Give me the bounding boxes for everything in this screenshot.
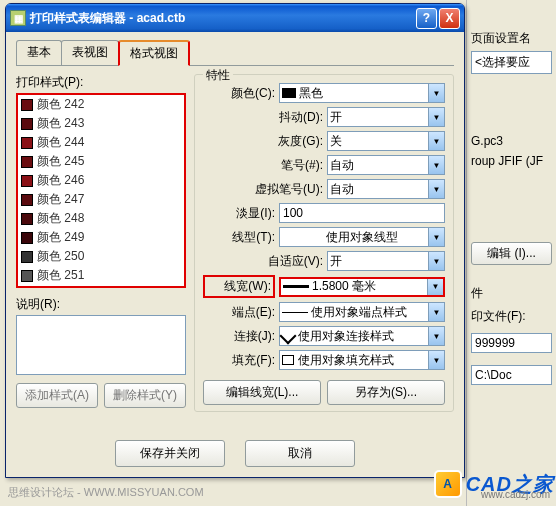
chevron-down-icon: ▼	[428, 252, 444, 270]
color-name: 颜色 252	[37, 286, 84, 288]
close-button[interactable]: X	[439, 8, 460, 29]
screen-label: 淡显(I):	[203, 205, 275, 222]
edit-lineweights-button[interactable]: 编辑线宽(L)...	[203, 380, 321, 405]
chevron-down-icon: ▼	[428, 156, 444, 174]
fill-sample-icon	[282, 355, 294, 365]
number-input[interactable]: 999999	[471, 333, 552, 353]
add-style-button[interactable]: 添加样式(A)	[16, 383, 98, 408]
vpen-label: 虚拟笔号(U):	[203, 181, 323, 198]
color-swatch	[21, 118, 33, 130]
color-list-item[interactable]: 颜色 248	[18, 209, 184, 228]
color-name: 颜色 251	[37, 267, 84, 284]
vpen-select[interactable]: 自动▼	[327, 179, 445, 199]
color-name: 颜色 247	[37, 191, 84, 208]
printer-name: G.pc3	[471, 134, 552, 148]
grayscale-select[interactable]: 关▼	[327, 131, 445, 151]
color-list-item[interactable]: 颜色 242	[18, 95, 184, 114]
color-swatch	[21, 175, 33, 187]
lineweight-sample-icon	[283, 285, 309, 288]
print-styles-label: 打印样式(P):	[16, 74, 186, 91]
chevron-down-icon: ▼	[428, 84, 444, 102]
endstyle-select[interactable]: 使用对象端点样式▼	[279, 302, 445, 322]
description-label: 说明(R):	[16, 296, 186, 313]
titlebar[interactable]: ▦ 打印样式表编辑器 - acad.ctb ? X	[6, 4, 464, 32]
color-swatch	[21, 213, 33, 225]
color-list-item[interactable]: 颜色 243	[18, 114, 184, 133]
color-list-item[interactable]: 颜色 245	[18, 152, 184, 171]
endstyle-label: 端点(E):	[203, 304, 275, 321]
linetype-select[interactable]: 使用对象线型▼	[279, 227, 445, 247]
chevron-down-icon: ▼	[428, 132, 444, 150]
color-list-item[interactable]: 颜色 247	[18, 190, 184, 209]
color-name: 颜色 249	[37, 229, 84, 246]
background-panel: 页面设置名 <选择要应 G.pc3 roup JFIF (JF 编辑 (I)..…	[466, 0, 556, 506]
black-swatch	[282, 88, 296, 98]
save-as-button[interactable]: 另存为(S)...	[327, 380, 445, 405]
color-name: 颜色 243	[37, 115, 84, 132]
watermark: 思维设计论坛 - WWW.MISSYUAN.COM	[8, 485, 204, 500]
color-swatch	[21, 232, 33, 244]
path-input[interactable]: C:\Doc	[471, 365, 552, 385]
color-name: 颜色 250	[37, 248, 84, 265]
color-swatch	[21, 270, 33, 282]
file-section: 件	[471, 285, 552, 302]
chevron-down-icon: ▼	[428, 108, 444, 126]
description-box[interactable]	[16, 315, 186, 375]
screen-input[interactable]: 100	[279, 203, 445, 223]
color-list-item[interactable]: 颜色 250	[18, 247, 184, 266]
save-close-button[interactable]: 保存并关闭	[115, 440, 225, 467]
page-setup-select[interactable]: <选择要应	[471, 51, 552, 74]
lineweight-label: 线宽(W):	[203, 275, 275, 298]
color-list-item[interactable]: 颜色 251	[18, 266, 184, 285]
color-name: 颜色 244	[37, 134, 84, 151]
end-sample-icon	[282, 312, 308, 313]
print-file-label: 印文件(F):	[471, 308, 552, 325]
pen-label: 笔号(#):	[203, 157, 323, 174]
color-swatch	[21, 156, 33, 168]
chevron-down-icon: ▼	[428, 180, 444, 198]
color-list-item[interactable]: 颜色 244	[18, 133, 184, 152]
color-name: 颜色 245	[37, 153, 84, 170]
fill-select[interactable]: 使用对象填充样式▼	[279, 350, 445, 370]
color-swatch	[21, 99, 33, 111]
help-button[interactable]: ?	[416, 8, 437, 29]
color-select[interactable]: 黑色 ▼	[279, 83, 445, 103]
color-list-item[interactable]: 颜色 252	[18, 285, 184, 288]
plot-style-editor-window: ▦ 打印样式表编辑器 - acad.ctb ? X 基本 表视图 格式视图 打印…	[5, 3, 465, 478]
dither-label: 抖动(D):	[203, 109, 323, 126]
window-title: 打印样式表编辑器 - acad.ctb	[30, 10, 416, 27]
chevron-down-icon: ▼	[428, 351, 444, 369]
chevron-down-icon: ▼	[428, 303, 444, 321]
dither-select[interactable]: 开▼	[327, 107, 445, 127]
chevron-down-icon: ▼	[428, 327, 444, 345]
properties-legend: 特性	[203, 67, 233, 84]
color-list-item[interactable]: 颜色 246	[18, 171, 184, 190]
chevron-down-icon: ▼	[427, 279, 443, 295]
app-icon: ▦	[10, 10, 26, 26]
joinstyle-label: 连接(J):	[203, 328, 275, 345]
linetype-label: 线型(T):	[203, 229, 275, 246]
print-styles-list[interactable]: 颜色 242颜色 243颜色 244颜色 245颜色 246颜色 247颜色 2…	[16, 93, 186, 288]
properties-group: 特性 颜色(C): 黑色 ▼ 抖动(D): 开▼ 灰度	[194, 74, 454, 412]
chevron-down-icon: ▼	[428, 228, 444, 246]
adaptive-label: 自适应(V):	[203, 253, 323, 270]
tab-table-view[interactable]: 表视图	[61, 40, 119, 65]
lineweight-select[interactable]: 1.5800 毫米 ▼	[279, 277, 445, 297]
tab-basic[interactable]: 基本	[16, 40, 62, 65]
pen-select[interactable]: 自动▼	[327, 155, 445, 175]
color-name: 颜色 242	[37, 96, 84, 113]
adaptive-select[interactable]: 开▼	[327, 251, 445, 271]
delete-style-button[interactable]: 删除样式(Y)	[104, 383, 186, 408]
grayscale-label: 灰度(G):	[203, 133, 323, 150]
color-list-item[interactable]: 颜色 249	[18, 228, 184, 247]
color-swatch	[21, 251, 33, 263]
printer-desc: roup JFIF (JF	[471, 154, 552, 168]
fill-label: 填充(F):	[203, 352, 275, 369]
join-sample-icon	[280, 328, 297, 345]
page-setup-label: 页面设置名	[471, 30, 552, 47]
joinstyle-select[interactable]: 使用对象连接样式▼	[279, 326, 445, 346]
cancel-button[interactable]: 取消	[245, 440, 355, 467]
tab-format-view[interactable]: 格式视图	[118, 40, 190, 66]
logo-url: www.cadzj.com	[481, 489, 550, 500]
edit-button[interactable]: 编辑 (I)...	[471, 242, 552, 265]
